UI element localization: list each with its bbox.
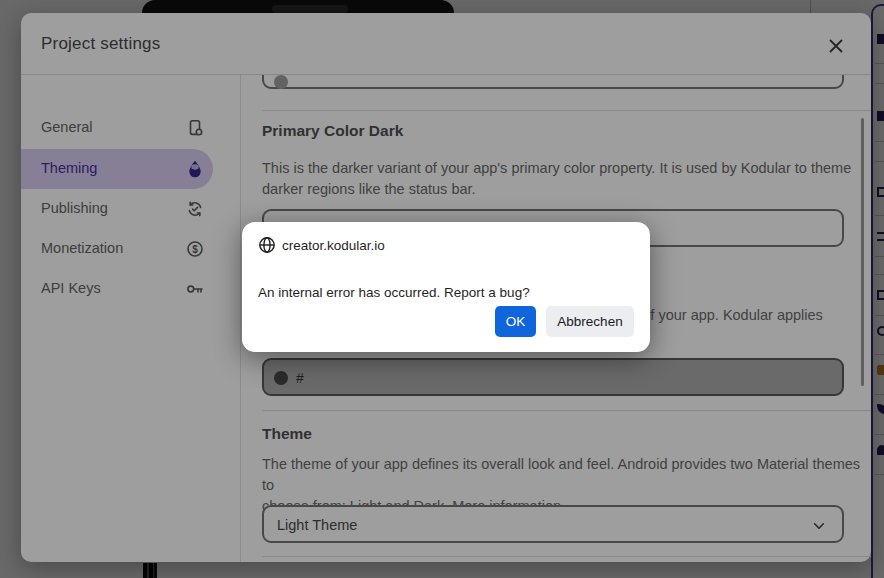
alert-message: An internal error has occurred. Report a…: [258, 285, 530, 300]
cancel-button[interactable]: Abbrechen: [546, 306, 634, 337]
browser-alert-dialog: creator.kodular.io An internal error has…: [242, 222, 650, 352]
globe-icon: [258, 236, 276, 254]
alert-origin: creator.kodular.io: [282, 238, 385, 253]
ok-button[interactable]: OK: [495, 306, 536, 337]
